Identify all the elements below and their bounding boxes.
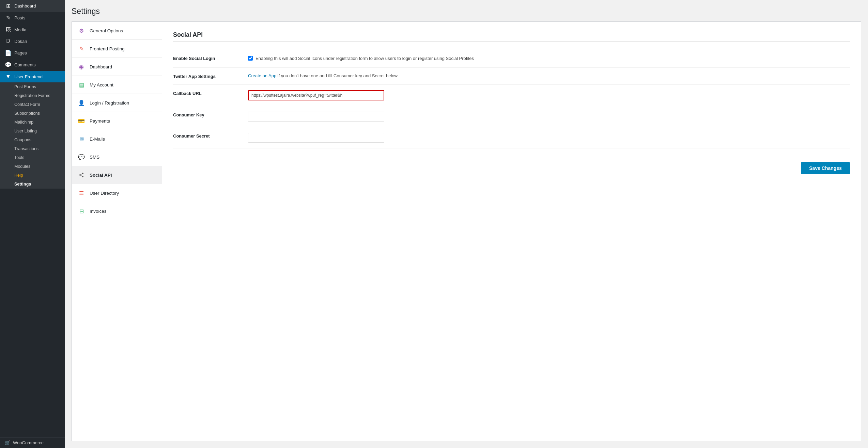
control-enable-social-login: Enabling this will add Social Icons unde… xyxy=(248,55,850,62)
svg-line-3 xyxy=(81,175,82,176)
nav-item-my-account[interactable]: ▤ My Account xyxy=(72,76,162,94)
main-content: Settings ⚙ General Options ✎ Frontend Po… xyxy=(65,0,868,448)
nav-item-payments[interactable]: 💳 Payments xyxy=(72,112,162,130)
user-directory-icon: ☰ xyxy=(77,189,86,197)
sidebar-item-coupons[interactable]: Coupons xyxy=(0,135,65,144)
control-consumer-secret xyxy=(248,133,850,143)
label-twitter-app: Twitter App Settings xyxy=(173,73,241,79)
woocommerce-menu-item[interactable]: 🛒 WooCommerce xyxy=(0,437,65,448)
panel-divider xyxy=(173,41,850,42)
sidebar-item-pages[interactable]: 📄 Pages xyxy=(0,47,65,59)
svg-point-1 xyxy=(79,174,81,176)
my-account-icon: ▤ xyxy=(77,81,86,89)
save-btn-row: Save Changes xyxy=(173,157,850,174)
sidebar-item-posts[interactable]: ✎ Posts xyxy=(0,12,65,24)
settings-panel: Social API Enable Social Login Enabling … xyxy=(162,22,861,441)
sidebar-item-post-forms[interactable]: Post Forms xyxy=(0,82,65,91)
control-twitter-app: Create an App if you don't have one and … xyxy=(248,73,850,78)
sidebar-item-registration-forms[interactable]: Registration Forms xyxy=(0,91,65,100)
frontend-posting-icon: ✎ xyxy=(77,45,86,53)
label-consumer-key: Consumer Key xyxy=(173,112,241,117)
twitter-app-suffix: if you don't have one and fill Consumer … xyxy=(276,73,399,78)
nav-dashboard-icon: ◉ xyxy=(77,63,86,71)
nav-item-login-registration[interactable]: 👤 Login / Registration xyxy=(72,94,162,112)
callback-url-input[interactable] xyxy=(248,90,384,100)
settings-container: ⚙ General Options ✎ Frontend Posting ◉ D… xyxy=(72,21,861,441)
invoices-icon: ⊟ xyxy=(77,207,86,215)
dashboard-icon: ⊞ xyxy=(5,3,12,9)
nav-item-sms[interactable]: 💬 SMS xyxy=(72,148,162,166)
form-row-callback-url: Callback URL xyxy=(173,85,850,106)
pages-icon: 📄 xyxy=(5,50,12,56)
sidebar-item-transactions[interactable]: Transactions xyxy=(0,144,65,153)
sidebar-item-media[interactable]: 🖼 Media xyxy=(0,24,65,35)
label-consumer-secret: Consumer Secret xyxy=(173,133,241,139)
nav-item-general-options[interactable]: ⚙ General Options xyxy=(72,22,162,40)
sidebar: ⊞ Dashboard ✎ Posts 🖼 Media D Dokan 📄 Pa… xyxy=(0,0,65,448)
svg-point-2 xyxy=(82,176,83,177)
control-consumer-key xyxy=(248,112,850,122)
nav-item-user-directory[interactable]: ☰ User Directory xyxy=(72,184,162,202)
settings-nav: ⚙ General Options ✎ Frontend Posting ◉ D… xyxy=(72,22,162,441)
login-icon: 👤 xyxy=(77,99,86,107)
sidebar-item-comments[interactable]: 💬 Comments xyxy=(0,59,65,71)
form-row-consumer-key: Consumer Key xyxy=(173,106,850,127)
general-options-icon: ⚙ xyxy=(77,27,86,35)
consumer-key-input[interactable] xyxy=(248,112,384,122)
sidebar-item-help[interactable]: Help xyxy=(0,171,65,180)
sidebar-item-mailchimp[interactable]: Mailchimp xyxy=(0,118,65,127)
emails-icon: ✉ xyxy=(77,135,86,143)
sms-icon: 💬 xyxy=(77,153,86,161)
user-frontend-icon: ▼ xyxy=(5,74,12,80)
sidebar-item-modules[interactable]: Modules xyxy=(0,162,65,171)
label-enable-social-login: Enable Social Login xyxy=(173,55,241,61)
sidebar-item-settings[interactable]: Settings xyxy=(0,180,65,189)
woocommerce-icon: 🛒 xyxy=(5,440,10,445)
comments-icon: 💬 xyxy=(5,62,12,68)
sidebar-item-user-frontend[interactable]: ▼ User Frontend xyxy=(0,71,65,82)
enable-social-login-description: Enabling this will add Social Icons unde… xyxy=(255,55,474,62)
form-row-consumer-secret: Consumer Secret xyxy=(173,127,850,148)
form-row-enable-social-login: Enable Social Login Enabling this will a… xyxy=(173,50,850,68)
dokan-icon: D xyxy=(5,38,12,44)
payments-icon: 💳 xyxy=(77,117,86,125)
nav-item-social-api[interactable]: Social API xyxy=(72,166,162,184)
page-title: Settings xyxy=(72,7,861,16)
media-icon: 🖼 xyxy=(5,27,12,33)
nav-item-emails[interactable]: ✉ E-Mails xyxy=(72,130,162,148)
form-row-twitter-app: Twitter App Settings Create an App if yo… xyxy=(173,68,850,85)
sidebar-submenu: Post Forms Registration Forms Contact Fo… xyxy=(0,82,65,189)
sidebar-item-tools[interactable]: Tools xyxy=(0,153,65,162)
save-changes-button[interactable]: Save Changes xyxy=(801,162,850,174)
svg-point-0 xyxy=(82,173,83,174)
nav-item-invoices[interactable]: ⊟ Invoices xyxy=(72,202,162,220)
control-callback-url xyxy=(248,90,850,100)
sidebar-item-contact-form[interactable]: Contact Form xyxy=(0,100,65,109)
panel-title: Social API xyxy=(173,31,850,38)
svg-line-4 xyxy=(81,174,82,175)
posts-icon: ✎ xyxy=(5,15,12,21)
consumer-secret-input[interactable] xyxy=(248,133,384,143)
sidebar-item-dokan[interactable]: D Dokan xyxy=(0,35,65,47)
social-api-icon xyxy=(77,171,86,179)
create-app-link[interactable]: Create an App xyxy=(248,73,276,78)
nav-item-frontend-posting[interactable]: ✎ Frontend Posting xyxy=(72,40,162,58)
sidebar-item-user-listing[interactable]: User Listing xyxy=(0,127,65,135)
nav-item-dashboard[interactable]: ◉ Dashboard xyxy=(72,58,162,76)
sidebar-item-subscriptions[interactable]: Subscriptions xyxy=(0,109,65,118)
sidebar-item-dashboard[interactable]: ⊞ Dashboard xyxy=(0,0,65,12)
label-callback-url: Callback URL xyxy=(173,90,241,96)
enable-social-login-checkbox[interactable] xyxy=(248,56,253,61)
